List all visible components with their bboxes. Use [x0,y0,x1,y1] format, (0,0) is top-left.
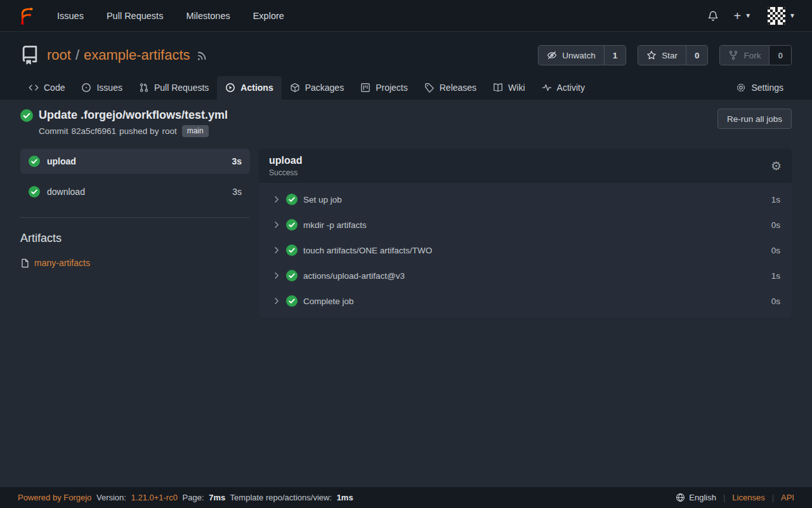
step-duration: 1s [771,271,780,281]
success-check-icon [286,194,298,205]
project-board-icon [360,83,370,93]
nav-link-explore[interactable]: Explore [253,11,284,21]
job-detail-status: Success [269,168,302,177]
powered-by-link[interactable]: Powered by Forgejo [18,493,91,502]
repo-title-row: root / example-artifacts Unwatch [20,42,792,69]
rss-icon[interactable] [197,50,208,61]
page-footer: Powered by Forgejo Version: 1.21.0+1-rc0… [0,486,812,508]
job-item-download[interactable]: download 3s [20,179,250,204]
fork-button: Fork [720,46,769,65]
step-row-upload-artifact[interactable]: actions/upload-artifact@v3 1s [259,263,792,288]
notifications-bell-icon[interactable] [707,10,719,22]
create-new-menu[interactable]: + ▼ [734,10,752,22]
tab-settings[interactable]: Settings [728,76,792,100]
artifact-name: many-artifacts [34,258,90,268]
language-selector[interactable]: English [676,493,716,502]
step-name: touch artifacts/ONE artifacts/TWO [303,246,432,255]
unwatch-button[interactable]: Unwatch [539,46,604,65]
artifact-link-many-artifacts[interactable]: many-artifacts [20,258,250,268]
book-open-icon [493,83,503,93]
tab-issues[interactable]: Issues [73,76,130,100]
job-item-upload[interactable]: upload 3s [20,149,250,174]
actions-run-view: Update .forgejo/workflows/test.yml Commi… [0,100,812,486]
step-row-touch[interactable]: touch artifacts/ONE artifacts/TWO 0s [259,237,792,263]
globe-icon [676,493,685,502]
forks-count[interactable]: 0 [769,46,791,65]
rerun-all-jobs-button[interactable]: Re-run all jobs [717,109,792,129]
repo-action-buttons: Unwatch 1 Star 0 [538,45,792,65]
tab-actions[interactable]: Actions [217,76,281,100]
step-row-mkdir[interactable]: mkdir -p artifacts 0s [259,212,792,237]
issue-circle-icon [81,83,91,93]
navbar-right: + ▼ ▼ [707,7,796,25]
star-button-group: Star 0 [638,45,708,65]
pulse-icon [542,83,552,93]
navbar-links: Issues Pull Requests Milestones Explore [57,11,284,21]
star-button[interactable]: Star [638,46,686,65]
eye-slash-icon [547,50,557,60]
licenses-link[interactable]: Licenses [732,493,764,502]
repo-header: root / example-artifacts Unwatch [0,32,812,100]
footer-divider: | [723,493,725,502]
job-name: download [47,187,85,197]
tag-icon [424,83,435,93]
page-render-time: 7ms [209,493,225,502]
job-detail-header: upload Success ⚙ [259,149,792,183]
fork-button-group: Fork 0 [719,45,792,65]
jobs-sidebar: upload 3s download 3s Artifacts many-art… [20,149,250,268]
forgejo-logo-icon[interactable] [16,6,36,25]
run-title-block: Update .forgejo/workflows/test.yml Commi… [20,109,228,137]
step-row-set-up-job[interactable]: Set up job 1s [259,187,792,212]
step-name: Set up job [303,195,342,204]
chevron-right-icon [273,297,280,305]
step-row-complete-job[interactable]: Complete job 0s [259,288,792,314]
chevron-right-icon [273,196,280,203]
tab-code[interactable]: Code [20,76,73,100]
step-name: Complete job [303,297,354,306]
job-detail-panel: upload Success ⚙ Set up job 1s mkdir -p … [259,149,792,318]
repo-name-link[interactable]: example-artifacts [84,47,190,64]
tab-releases[interactable]: Releases [416,76,485,100]
footer-right: English | Licenses | API [676,493,794,502]
nav-link-milestones[interactable]: Milestones [186,11,230,21]
step-duration: 0s [771,246,780,255]
commit-sha[interactable]: 82a5cf6961 [72,126,117,136]
tab-activity[interactable]: Activity [534,76,593,100]
nav-link-issues[interactable]: Issues [57,11,84,21]
repo-name: root / example-artifacts [47,47,190,64]
step-name: mkdir -p artifacts [303,220,367,230]
repo-book-icon [20,46,39,65]
tab-packages[interactable]: Packages [282,76,352,100]
job-duration: 3s [232,187,242,197]
version-link[interactable]: 1.21.0+1-rc0 [131,493,178,502]
commit-author[interactable]: root [162,126,176,136]
repo-owner-link[interactable]: root [47,47,71,64]
job-steps-list: Set up job 1s mkdir -p artifacts 0s touc… [259,183,792,318]
step-duration: 0s [771,297,780,306]
stars-count[interactable]: 0 [686,46,708,65]
success-check-icon [286,270,298,281]
success-check-icon [286,219,298,231]
success-check-icon [286,244,298,256]
success-check-icon [20,109,33,122]
top-navbar: Issues Pull Requests Milestones Explore … [0,0,812,32]
tab-pull-requests[interactable]: Pull Requests [131,76,217,100]
chevron-right-icon [273,246,280,254]
job-detail-name: upload [269,154,302,166]
api-link[interactable]: API [781,493,794,502]
log-settings-gear-icon[interactable]: ⚙ [771,160,782,172]
repo-separator: / [75,47,79,64]
pull-request-icon [139,83,149,93]
user-menu[interactable]: ▼ [768,7,796,25]
nav-link-pull-requests[interactable]: Pull Requests [107,11,163,21]
tab-wiki[interactable]: Wiki [485,76,533,100]
chevron-down-icon: ▼ [745,12,751,19]
step-name: actions/upload-artifact@v3 [303,271,405,281]
sidebar-divider [20,217,250,218]
job-duration: 3s [232,156,242,166]
fork-icon [728,50,738,60]
tab-projects[interactable]: Projects [352,76,416,100]
watchers-count[interactable]: 1 [604,46,626,65]
branch-badge[interactable]: main [182,125,209,137]
file-icon [20,258,30,268]
